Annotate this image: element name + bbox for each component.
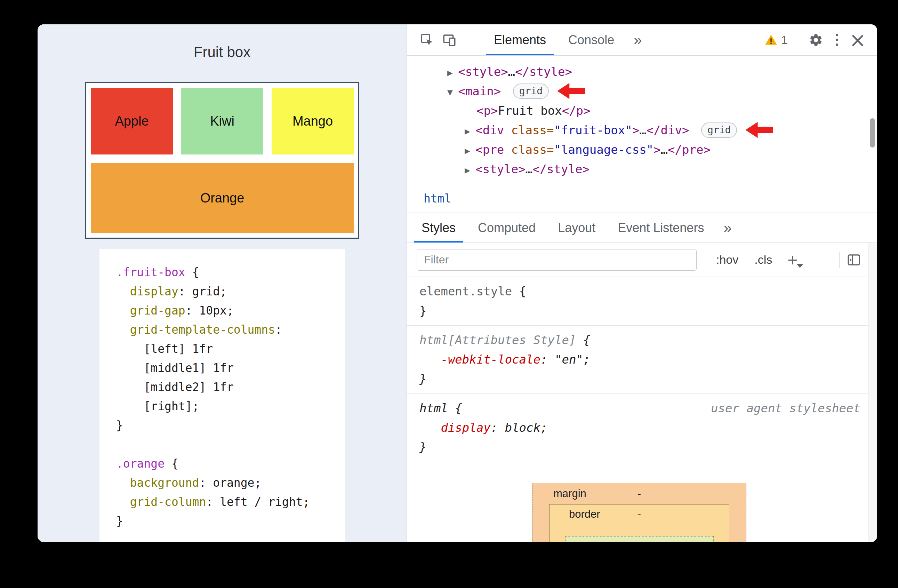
fruit-cell-apple: Apple xyxy=(91,88,173,154)
cls-toggle[interactable]: .cls xyxy=(754,253,772,266)
code-line: [left] 1fr xyxy=(116,339,345,359)
more-tabs-icon[interactable]: » xyxy=(625,25,650,55)
code-token: "language-css" xyxy=(554,143,654,157)
rule-line: } xyxy=(420,369,877,389)
more-options-icon[interactable] xyxy=(827,29,847,51)
code-token: { xyxy=(165,457,178,470)
box-model-border: border - xyxy=(549,504,729,542)
dom-line-pre[interactable]: ▶ <pre class="language-css">…</pre> xyxy=(407,140,877,159)
code-token: <div xyxy=(475,123,504,137)
filter-bar-separator xyxy=(839,252,840,268)
devtools-tabs: Elements Console » xyxy=(483,25,650,55)
border-top-value[interactable]: - xyxy=(638,505,641,524)
styles-filter-bar: :hov .cls + xyxy=(407,243,877,277)
dom-line-style[interactable]: ▶ <style>…</style> xyxy=(407,159,877,179)
tab-elements[interactable]: Elements xyxy=(483,25,557,55)
code-token: : xyxy=(491,421,505,434)
box-model-padding xyxy=(565,536,713,542)
code-token xyxy=(689,123,696,137)
settings-gear-icon[interactable] xyxy=(805,29,827,51)
style-rule-user-agent[interactable]: user agent stylesheet html { display: bl… xyxy=(407,394,877,462)
code-token: html xyxy=(420,401,448,415)
styles-sidebar-tabs: Styles Computed Layout Event Listeners » xyxy=(407,213,877,243)
code-token: … xyxy=(639,123,646,137)
code-token: </style> xyxy=(515,65,572,79)
code-token: <style> xyxy=(475,162,525,176)
dom-line-p[interactable]: <p>Fruit box</p> xyxy=(407,101,877,120)
tab-layout[interactable]: Layout xyxy=(547,213,607,243)
code-token xyxy=(420,352,441,366)
code-token: : 10px; xyxy=(185,304,234,317)
tab-console[interactable]: Console xyxy=(557,25,625,55)
code-token: : left / right; xyxy=(206,495,309,509)
red-arrow-icon xyxy=(745,122,773,138)
breadcrumb: html xyxy=(407,184,877,213)
disclosure-triangle-icon[interactable]: ▶ xyxy=(464,165,475,175)
code-line xyxy=(116,435,345,454)
code-token: … xyxy=(661,143,668,157)
code-token: } xyxy=(420,304,426,318)
dom-line-style-head[interactable]: ▶ <style>…</style> xyxy=(407,62,877,82)
hov-toggle[interactable]: :hov xyxy=(716,253,738,266)
warning-triangle-icon xyxy=(764,34,778,47)
toggle-sidebar-pane-icon[interactable] xyxy=(846,253,862,267)
dom-scrollbar-thumb[interactable] xyxy=(870,118,875,148)
code-token: { xyxy=(448,401,462,415)
box-model-diagram[interactable]: margin - border - xyxy=(532,483,746,542)
style-rule-element[interactable]: element.style { } xyxy=(407,277,877,326)
warnings-badge[interactable]: 1 xyxy=(759,25,793,55)
new-style-rule-button[interactable]: + xyxy=(787,251,798,269)
code-token: </p> xyxy=(562,104,590,118)
code-token: > xyxy=(654,143,660,157)
dom-line-div-fruit-box[interactable]: ▶ <div class="fruit-box">…</div> grid xyxy=(407,120,877,140)
code-token: { xyxy=(576,333,590,347)
code-token: "fruit-box" xyxy=(554,123,632,137)
code-token: -webkit-locale xyxy=(441,352,540,366)
code-line: [middle2] 1fr xyxy=(116,377,345,397)
code-line: [right]; xyxy=(116,397,345,416)
code-token: .orange xyxy=(116,457,165,470)
code-token: </div> xyxy=(647,123,689,137)
code-token: </style> xyxy=(532,162,589,176)
tab-computed[interactable]: Computed xyxy=(467,213,547,243)
stylesheet-origin-note: user agent stylesheet xyxy=(711,399,860,418)
code-token: [middle2] 1fr xyxy=(116,380,234,394)
styles-filter-input[interactable] xyxy=(417,249,697,271)
rule-line: element.style { xyxy=(420,282,877,301)
code-token: : xyxy=(540,352,555,366)
dom-line-main[interactable]: ▼ <main> grid xyxy=(407,82,877,101)
page-preview-pane: Fruit box Apple Kiwi Mango Orange .fruit… xyxy=(38,25,407,542)
code-token: [middle1] 1fr xyxy=(116,361,234,375)
grid-badge: grid xyxy=(513,83,549,99)
disclosure-triangle-icon[interactable]: ▶ xyxy=(464,126,475,136)
code-token: [left] 1fr xyxy=(116,342,213,356)
css-code-block: .fruit-box { display: grid; grid-gap: 10… xyxy=(100,249,345,542)
margin-label: margin xyxy=(554,484,586,503)
tab-styles[interactable]: Styles xyxy=(411,213,467,243)
code-token xyxy=(116,304,130,317)
device-toolbar-icon[interactable] xyxy=(438,29,460,51)
tab-event-listeners[interactable]: Event Listeners xyxy=(607,213,715,243)
red-arrow-icon xyxy=(557,83,585,99)
code-token: … xyxy=(508,65,515,79)
code-token: grid-template-columns xyxy=(130,323,275,336)
more-sidebar-tabs-icon[interactable]: » xyxy=(715,213,740,243)
code-token: ; xyxy=(583,352,590,366)
code-token: class= xyxy=(504,123,554,137)
code-token: <style> xyxy=(458,65,508,79)
disclosure-triangle-icon[interactable]: ▶ xyxy=(464,145,475,156)
style-rule-attributes[interactable]: html[Attributes Style] { -webkit-locale:… xyxy=(407,326,877,394)
code-token: Fruit box xyxy=(498,104,562,118)
close-devtools-icon[interactable]: × xyxy=(847,29,869,51)
toolbar-separator xyxy=(753,31,753,48)
page-title: Fruit box xyxy=(38,44,407,60)
code-token: : grid; xyxy=(178,285,227,298)
code-token: { xyxy=(512,284,526,298)
code-token xyxy=(116,285,130,298)
disclosure-triangle-icon[interactable]: ▼ xyxy=(447,87,458,97)
code-token xyxy=(116,323,130,336)
disclosure-triangle-icon[interactable]: ▶ xyxy=(447,68,458,78)
breadcrumb-html[interactable]: html xyxy=(424,192,451,205)
margin-top-value[interactable]: - xyxy=(638,484,641,503)
inspect-element-icon[interactable] xyxy=(416,29,438,51)
